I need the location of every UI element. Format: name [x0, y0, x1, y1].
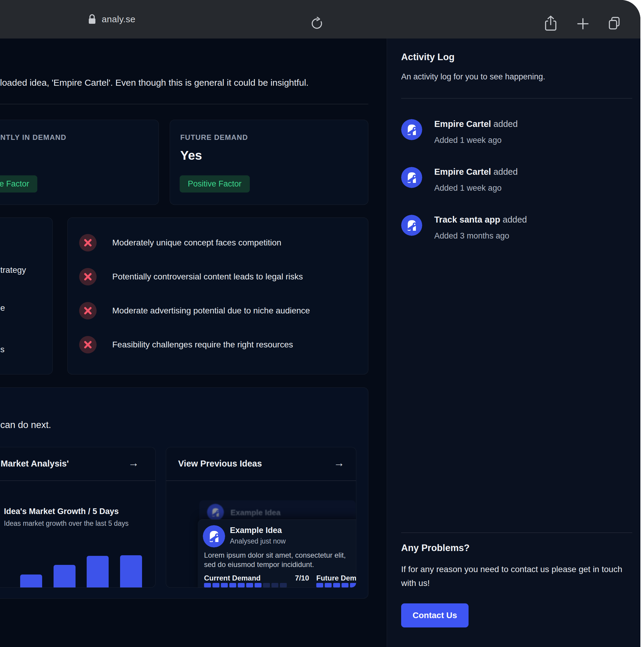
browser-chrome: analy.se — [0, 0, 640, 39]
activity-log-subtitle: An activity log for you to see happening… — [401, 72, 545, 81]
reload-button[interactable] — [310, 17, 323, 30]
chart-title: Idea's Market Growth / 5 Days — [4, 507, 119, 516]
activity-log-entry[interactable]: Empire Cartel addedAdded 1 week ago — [401, 119, 518, 145]
progress-segment — [204, 583, 211, 587]
any-problems-title: Any Problems? — [401, 543, 469, 554]
analysis-intro-text: loaded idea, 'Empire Cartel'. Even thoug… — [0, 78, 346, 88]
previous-ideas-card[interactable]: View Previous Ideas → Example Idea Examp… — [166, 447, 356, 588]
activity-entry-title: Empire Cartel added — [434, 119, 518, 129]
activity-entry-time: Added 3 months ago — [434, 231, 527, 241]
activity-entry-text: Empire Cartel addedAdded 1 week ago — [434, 167, 518, 193]
negative-factor-row: Feasibility challenges require the right… — [79, 336, 293, 353]
previous-ideas-title: View Previous Ideas — [178, 459, 262, 469]
x-icon — [79, 336, 96, 353]
progress-segment — [333, 583, 340, 587]
chart-bar — [20, 575, 42, 587]
market-analysis-title: Market Analysis' — [1, 459, 69, 469]
strategy-fragment: s — [0, 345, 4, 354]
activity-entry-suffix: added — [491, 119, 518, 129]
address-bar[interactable]: analy.se — [87, 0, 135, 39]
description-line: Lorem ipsum dolor sit amet, consectetur … — [204, 551, 346, 560]
activity-log-title: Activity Log — [401, 52, 454, 63]
lock-icon — [87, 13, 97, 25]
negative-factor-row: Potentially controversial content leads … — [79, 268, 303, 285]
chart-bar — [120, 555, 142, 587]
activity-entry-title: Track santa app added — [434, 215, 527, 225]
negative-factor-row: Moderate advertising potential due to ni… — [79, 302, 310, 319]
current-demand-preview-label: Current Demand — [204, 574, 261, 582]
activity-log-sidebar: Activity Log An activity log for you to … — [387, 39, 640, 647]
progress-segment — [263, 583, 270, 587]
negative-factor-text: Moderate advertising potential due to ni… — [112, 306, 310, 315]
progress-segment — [325, 583, 332, 587]
negative-factors-card: Moderately unique concept faces competit… — [67, 217, 368, 374]
any-problems-text: If for any reason you need to contact us… — [401, 563, 639, 590]
progress-segment — [280, 583, 287, 587]
activity-entry-title: Empire Cartel added — [434, 167, 518, 177]
progress-segment — [350, 583, 356, 587]
strategy-fragment: trategy — [0, 265, 26, 275]
progress-segment — [221, 583, 228, 587]
progress-segment — [341, 583, 348, 587]
progress-segment — [316, 583, 323, 587]
future-demand-preview-label: Future Dema — [316, 574, 356, 582]
activity-entry-suffix: added — [500, 215, 527, 224]
current-demand-progress — [204, 583, 287, 587]
next-steps-card: can do next. Market Analysis' → Idea's M… — [0, 387, 368, 598]
activity-entry-name: Empire Cartel — [434, 119, 491, 129]
app-logo-avatar — [401, 119, 422, 140]
activity-log-entry[interactable]: Empire Cartel addedAdded 1 week ago — [401, 167, 518, 193]
app-logo-avatar — [203, 525, 225, 548]
progress-segment — [212, 583, 219, 587]
example-idea-subtitle: Analysed just now — [230, 537, 285, 545]
contact-us-button[interactable]: Contact Us — [401, 603, 468, 628]
current-demand-score: 7/10 — [288, 574, 309, 582]
future-demand-badge: Positive Factor — [180, 175, 250, 193]
browser-window: analy.se loa — [0, 0, 640, 647]
negative-factor-text: Moderately unique concept faces competit… — [112, 238, 281, 247]
future-demand-value: Yes — [180, 148, 202, 163]
progress-segment — [271, 583, 278, 587]
chart-bar — [54, 565, 75, 587]
activity-entry-text: Empire Cartel addedAdded 1 week ago — [434, 119, 518, 145]
next-steps-text: can do next. — [0, 420, 51, 430]
arrow-right-icon[interactable]: → — [334, 457, 344, 468]
activity-entry-suffix: added — [491, 167, 518, 176]
example-idea-description: Lorem ipsum dolor sit amet, consectetur … — [204, 551, 346, 569]
strategy-card: trategyes — [0, 217, 53, 374]
example-idea-card: Example Idea Analysed just now Lorem ips… — [198, 519, 356, 588]
share-icon[interactable] — [543, 16, 558, 31]
app-logo-avatar — [207, 504, 224, 521]
future-demand-card: FUTURE DEMAND Yes Positive Factor — [170, 120, 368, 205]
future-demand-label: FUTURE DEMAND — [180, 133, 248, 142]
example-idea-back-title: Example Idea — [231, 508, 280, 517]
app-logo-avatar — [401, 167, 422, 188]
sidebar-divider — [401, 98, 632, 99]
progress-segment — [238, 583, 245, 587]
activity-entry-time: Added 1 week ago — [434, 184, 518, 193]
section-divider — [0, 104, 368, 104]
chart-bar — [87, 556, 109, 587]
activity-entry-name: Track santa app — [434, 215, 500, 224]
arrow-right-icon[interactable]: → — [128, 457, 139, 468]
url-text: analy.se — [102, 14, 135, 24]
current-demand-label: NTLY IN DEMAND — [0, 133, 66, 142]
chart-subtitle: Ideas market growth over the last 5 days — [4, 519, 129, 527]
app-logo-avatar — [401, 215, 422, 236]
x-icon — [79, 302, 96, 319]
negative-factor-text: Potentially controversial content leads … — [112, 272, 303, 282]
progress-segment — [255, 583, 261, 587]
activity-entry-name: Empire Cartel — [434, 167, 491, 176]
market-analysis-card[interactable]: Market Analysis' → Idea's Market Growth … — [0, 447, 155, 588]
tabs-icon[interactable] — [607, 16, 622, 31]
sidebar-divider — [401, 532, 632, 533]
new-tab-icon[interactable] — [577, 17, 589, 30]
example-idea-title: Example Idea — [230, 526, 282, 535]
activity-entry-time: Added 1 week ago — [434, 136, 518, 145]
progress-segment — [246, 583, 253, 587]
negative-factor-row: Moderately unique concept faces competit… — [79, 234, 281, 251]
current-demand-card: NTLY IN DEMAND e Factor — [0, 120, 159, 205]
x-icon — [79, 268, 96, 285]
progress-segment — [229, 583, 236, 587]
activity-log-entry[interactable]: Track santa app addedAdded 3 months ago — [401, 215, 527, 241]
